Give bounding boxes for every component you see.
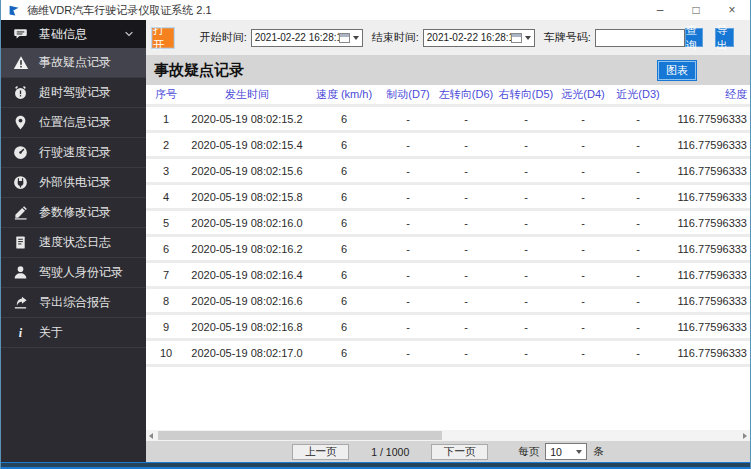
table-row[interactable]: 32020-05-19 08:02:15.66-----116.77596333 — [146, 159, 750, 185]
table-cell: - — [436, 347, 496, 359]
table-body: 12020-05-19 08:02:15.26-----116.77596333… — [146, 107, 750, 367]
sidebar-item-2[interactable]: 超时驾驶记录 — [1, 78, 146, 108]
table-cell: 116.77596333 — [666, 347, 750, 359]
document-icon — [12, 235, 29, 250]
table-cell: 116.77596333 — [666, 217, 750, 229]
close-button[interactable]: × — [714, 0, 750, 20]
table-row[interactable]: 12020-05-19 08:02:15.26-----116.77596333 — [146, 107, 750, 133]
dropdown-arrow-icon[interactable] — [525, 36, 531, 40]
column-header[interactable]: 制动(D7) — [380, 87, 436, 102]
table-cell: - — [496, 217, 556, 229]
table-row[interactable]: 82020-05-19 08:02:16.66-----116.77596333 — [146, 289, 750, 315]
table-cell: 3 — [146, 165, 186, 177]
prev-page-button[interactable]: 上一页 — [292, 444, 349, 460]
column-header[interactable]: 经度 — [666, 87, 750, 102]
table-row[interactable]: 22020-05-19 08:02:15.46-----116.77596333 — [146, 133, 750, 159]
table-cell: 6 — [308, 347, 380, 359]
table-row[interactable]: 52020-05-19 08:02:16.06-----116.77596333 — [146, 211, 750, 237]
app-icon — [8, 4, 21, 17]
table-cell: - — [610, 295, 666, 307]
table-cell: 2020-05-19 08:02:15.8 — [186, 191, 308, 203]
chart-button[interactable]: 图表 — [658, 61, 696, 80]
table-cell: - — [496, 191, 556, 203]
sidebar-item-4[interactable]: 行驶速度记录 — [1, 138, 146, 168]
table-cell: 4 — [146, 191, 186, 203]
column-header[interactable]: 右转向(D5) — [496, 87, 556, 102]
start-time-picker[interactable]: 2021-02-22 16:28:12 — [251, 29, 363, 47]
table-cell: - — [556, 321, 610, 333]
table-cell: 2020-05-19 08:02:16.6 — [186, 295, 308, 307]
table-cell: 6 — [146, 243, 186, 255]
end-time-picker[interactable]: 2021-02-22 16:28:12 — [423, 29, 535, 47]
sidebar-item-label: 导出综合报告 — [39, 294, 111, 311]
column-header[interactable]: 左转向(D6) — [436, 87, 496, 102]
table-cell: - — [380, 139, 436, 151]
query-button[interactable]: 查询 — [685, 28, 704, 47]
chevron-down-icon — [123, 28, 135, 40]
table-cell: 6 — [308, 321, 380, 333]
column-header[interactable]: 序号 — [146, 87, 186, 102]
table-cell: - — [436, 269, 496, 281]
table-cell: 2020-05-19 08:02:15.2 — [186, 113, 308, 125]
table-row[interactable]: 62020-05-19 08:02:16.26-----116.77596333 — [146, 237, 750, 263]
next-page-button[interactable]: 下一页 — [431, 444, 488, 460]
table-cell: - — [610, 243, 666, 255]
table-row[interactable]: 42020-05-19 08:02:15.86-----116.77596333 — [146, 185, 750, 211]
table-cell: 6 — [308, 191, 380, 203]
scroll-right-arrow-icon[interactable] — [743, 433, 747, 439]
sidebar-group-label: 基础信息 — [39, 26, 87, 43]
dropdown-arrow-icon[interactable] — [353, 36, 359, 40]
table-cell: - — [556, 165, 610, 177]
sidebar-item-3[interactable]: 位置信息记录 — [1, 108, 146, 138]
column-header[interactable]: 远光(D4) — [556, 87, 610, 102]
table-cell: - — [436, 217, 496, 229]
table-cell: 2020-05-19 08:02:16.4 — [186, 269, 308, 281]
table-row[interactable]: 72020-05-19 08:02:16.46-----116.77596333 — [146, 263, 750, 289]
sidebar-item-8[interactable]: 驾驶人身份记录 — [1, 258, 146, 288]
table-cell: 5 — [146, 217, 186, 229]
scroll-left-arrow-icon[interactable] — [149, 433, 153, 439]
svg-text:i: i — [19, 326, 23, 340]
sidebar-item-label: 位置信息记录 — [39, 114, 111, 131]
maximize-button[interactable]: □ — [678, 0, 714, 20]
table-cell: - — [556, 269, 610, 281]
table-cell: - — [380, 347, 436, 359]
page-indicator: 1 / 1000 — [371, 446, 409, 458]
sidebar-item-7[interactable]: 速度状态日志 — [1, 228, 146, 258]
table-cell: 116.77596333 — [666, 165, 750, 177]
section-header: 事故疑点记录 图表 — [146, 55, 750, 85]
table-row[interactable]: 92020-05-19 08:02:16.86-----116.77596333 — [146, 315, 750, 341]
sidebar-item-6[interactable]: 参数修改记录 — [1, 198, 146, 228]
table-cell: - — [556, 347, 610, 359]
sidebar-item-9[interactable]: 导出综合报告 — [1, 288, 146, 318]
column-header[interactable]: 速度 (km/h) — [308, 87, 380, 102]
table-cell: - — [610, 217, 666, 229]
sidebar-item-5[interactable]: 外部供电记录 — [1, 168, 146, 198]
unit-label: 条 — [593, 445, 604, 459]
open-button[interactable]: 打开 — [152, 28, 174, 48]
sidebar-item-10[interactable]: i关于 — [1, 318, 146, 348]
table-row[interactable]: 102020-05-19 08:02:17.06-----116.7759633… — [146, 341, 750, 367]
sidebar-item-label: 外部供电记录 — [39, 174, 111, 191]
table-cell: - — [496, 139, 556, 151]
table-cell: - — [610, 113, 666, 125]
column-header[interactable]: 近光(D3) — [610, 87, 666, 102]
sidebar-group-basic-info[interactable]: 基础信息 — [1, 20, 146, 48]
scrollbar-thumb[interactable] — [158, 431, 442, 440]
minimize-button[interactable]: – — [642, 0, 678, 20]
horizontal-scrollbar[interactable] — [146, 430, 750, 441]
plate-number-input[interactable] — [595, 29, 685, 47]
table-cell: - — [496, 295, 556, 307]
export-button[interactable]: 导出 — [715, 28, 734, 47]
sidebar-item-1[interactable]: 事故疑点记录 — [1, 48, 146, 78]
sidebar-item-label: 事故疑点记录 — [39, 54, 111, 71]
table-cell: - — [380, 243, 436, 255]
table-cell: 2020-05-19 08:02:16.0 — [186, 217, 308, 229]
sidebar-items: 事故疑点记录超时驾驶记录位置信息记录行驶速度记录外部供电记录参数修改记录速度状态… — [1, 48, 146, 348]
column-header[interactable]: 发生时间 — [186, 87, 308, 102]
table-cell: 2020-05-19 08:02:15.4 — [186, 139, 308, 151]
table-cell: 116.77596333 — [666, 295, 750, 307]
content-area: 打开 开始时间: 2021-02-22 16:28:12 结束时间: 2021-… — [146, 20, 750, 462]
per-page-select[interactable]: 10 — [545, 443, 587, 460]
table-cell: - — [610, 347, 666, 359]
